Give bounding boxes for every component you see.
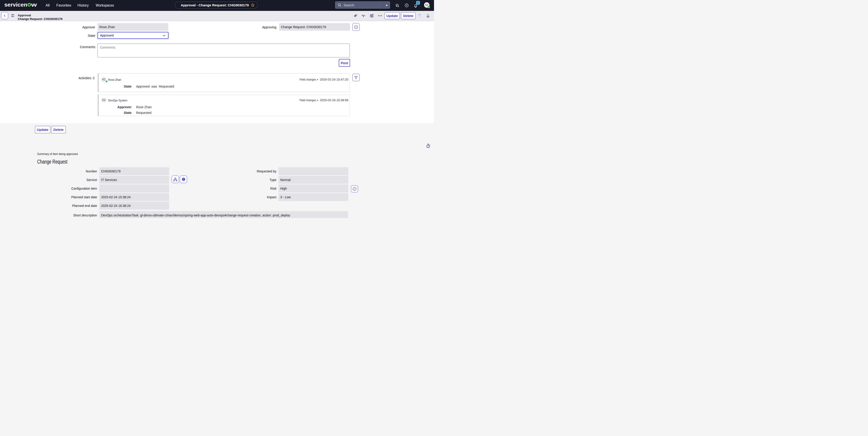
svg-text:servicen: servicen bbox=[4, 2, 27, 8]
svg-text:?: ? bbox=[406, 4, 407, 7]
svg-text:w: w bbox=[31, 2, 37, 8]
